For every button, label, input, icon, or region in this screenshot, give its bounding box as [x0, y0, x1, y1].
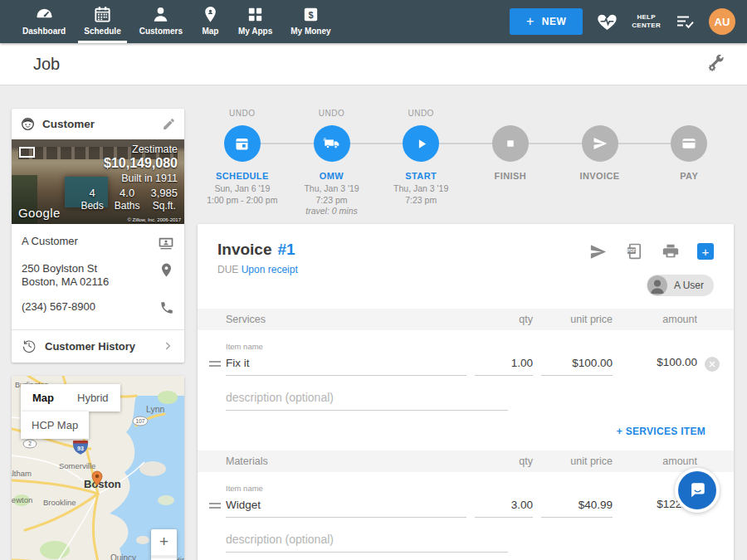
service-qty-input[interactable]: [475, 357, 533, 376]
item-name-label: Item name: [226, 342, 466, 351]
nav-items: Dashboard Schedule Customers Map My Apps…: [13, 0, 340, 43]
services-line-item: Item name $100.00: [198, 330, 734, 376]
material-item-name-input[interactable]: [226, 499, 466, 518]
nav-item-customers[interactable]: Customers: [130, 0, 192, 43]
material-unit-price-input[interactable]: [541, 499, 613, 518]
send-invoice-icon[interactable]: [588, 242, 608, 261]
baths-value: 4.0: [115, 187, 140, 199]
svg-text:93: 93: [77, 445, 84, 450]
undo-schedule-button[interactable]: UNDO: [198, 109, 287, 120]
contact-card-icon[interactable]: [158, 235, 174, 251]
step-date: Thu, Jan 3 '19: [287, 183, 377, 195]
add-services-row: + SERVICES ITEM: [198, 411, 734, 450]
nav-item-dashboard[interactable]: Dashboard: [13, 0, 75, 43]
timeline-step-start: UNDO START Thu, Jan 3 '197:23 pm: [376, 109, 466, 217]
step-time: 7:23 pm: [376, 195, 466, 207]
hcp-map-button[interactable]: HCP Map: [21, 411, 89, 439]
undo-omw-button[interactable]: UNDO: [287, 109, 377, 120]
property-photo[interactable]: Zestimate $10,149,080 Built in 1911 4Bed…: [12, 139, 184, 224]
step-date: Sun, Jan 6 '19: [198, 183, 287, 195]
label-lynn: Lynn: [146, 404, 165, 414]
nav-item-label: Map: [202, 27, 218, 36]
address-line2: Boston, MA 02116: [22, 275, 109, 289]
built-year: Built in 1911: [81, 173, 178, 184]
chat-bubble-button[interactable]: [675, 468, 720, 513]
service-item-name-input[interactable]: [226, 357, 466, 376]
services-header-label: Services: [226, 314, 466, 325]
invoice-step-button[interactable]: [582, 125, 618, 162]
map-type-hybrid-button[interactable]: Hybrid: [66, 384, 120, 411]
page-header: Job: [0, 43, 747, 85]
location-pin-icon[interactable]: [159, 262, 174, 278]
zoom-out-button[interactable]: −: [151, 555, 177, 560]
service-unit-price-input[interactable]: [541, 357, 613, 376]
nav-item-my-apps[interactable]: My Apps: [229, 0, 281, 43]
user-avatar[interactable]: AU: [709, 8, 735, 35]
undo-start-button[interactable]: UNDO: [376, 109, 466, 120]
service-description-input[interactable]: [226, 391, 508, 411]
item-name-label: Item name: [226, 484, 466, 493]
qty-column-header: qty: [475, 314, 533, 325]
nav-item-schedule[interactable]: Schedule: [75, 0, 129, 43]
health-heart-icon[interactable]: [597, 12, 618, 32]
help-line2: CENTER: [632, 22, 661, 30]
map-type-map-button[interactable]: Map: [21, 384, 66, 411]
nav-item-label: My Apps: [238, 27, 272, 36]
services-description-row: [198, 376, 734, 411]
step-label: FINISH: [466, 171, 555, 181]
nav-item-label: Customers: [139, 27, 183, 36]
step-label: SCHEDULE: [198, 171, 287, 181]
checklist-icon[interactable]: [675, 12, 695, 32]
start-step-button[interactable]: [403, 125, 439, 162]
step-date: Thu, Jan 3 '19: [376, 183, 466, 195]
play-icon: [413, 135, 430, 153]
material-qty-input[interactable]: [475, 499, 533, 518]
materials-header-label: Materials: [226, 455, 466, 467]
drag-handle-icon[interactable]: [209, 361, 221, 367]
map-widget[interactable]: 2 93 107 Burlington Lynn Somerville Walt…: [12, 376, 184, 560]
print-icon[interactable]: [662, 242, 680, 261]
label-newton: Newton: [12, 495, 32, 504]
credit-card-icon-button[interactable]: [671, 125, 707, 162]
material-description-input[interactable]: [226, 533, 508, 553]
help-center-link[interactable]: HELP CENTER: [632, 13, 661, 31]
phone-icon[interactable]: [159, 300, 174, 315]
apps-grid-icon: [246, 5, 265, 24]
new-button-label: NEW: [542, 16, 567, 27]
label-brookline: Brookline: [43, 498, 76, 507]
new-button[interactable]: +NEW: [510, 8, 583, 35]
customer-history-row[interactable]: Customer History: [12, 329, 184, 363]
nav-item-my-money[interactable]: $ My Money: [281, 0, 339, 43]
customer-phone-row: (234) 567-8900: [22, 300, 174, 315]
nav-item-label: Dashboard: [22, 27, 66, 36]
help-line1: HELP: [632, 13, 661, 22]
drag-handle-icon[interactable]: [209, 503, 221, 509]
edit-pencil-icon[interactable]: [162, 117, 176, 131]
finish-step-button[interactable]: [492, 125, 529, 162]
customer-address-row: 250 Boylston St Boston, MA 02116: [22, 262, 174, 290]
nav-item-map[interactable]: Map: [192, 0, 229, 43]
label-boston: Boston: [84, 478, 121, 490]
job-settings-tools-icon[interactable]: [706, 54, 725, 74]
services-section-header: Services qty unit price amount: [198, 309, 734, 330]
timeline-step-finish: FINISH: [466, 109, 555, 217]
add-invoice-button[interactable]: +: [697, 243, 714, 260]
assignee-chip[interactable]: A User: [647, 275, 714, 296]
history-icon: [22, 338, 37, 353]
schedule-icon: [93, 5, 112, 24]
nav-item-label: My Money: [290, 27, 330, 36]
stop-icon: [502, 135, 519, 152]
remove-service-item-button[interactable]: [705, 357, 720, 372]
add-services-item-link[interactable]: + SERVICES ITEM: [617, 426, 706, 437]
materials-section-header: Materials qty unit price amount: [198, 450, 734, 472]
zoom-in-button[interactable]: +: [151, 529, 177, 555]
assignee-name: A User: [674, 280, 704, 291]
omw-step-button[interactable]: [314, 125, 350, 162]
schedule-step-button[interactable]: [224, 125, 261, 162]
due-terms-link[interactable]: Upon receipt: [242, 264, 298, 275]
zestimate-value: $10,149,080: [81, 156, 178, 171]
baths-label: Baths: [115, 200, 140, 212]
step-time: 7:23 pm: [287, 195, 377, 207]
expand-photo-icon[interactable]: [19, 147, 35, 158]
pdf-icon[interactable]: PDF: [625, 242, 644, 261]
